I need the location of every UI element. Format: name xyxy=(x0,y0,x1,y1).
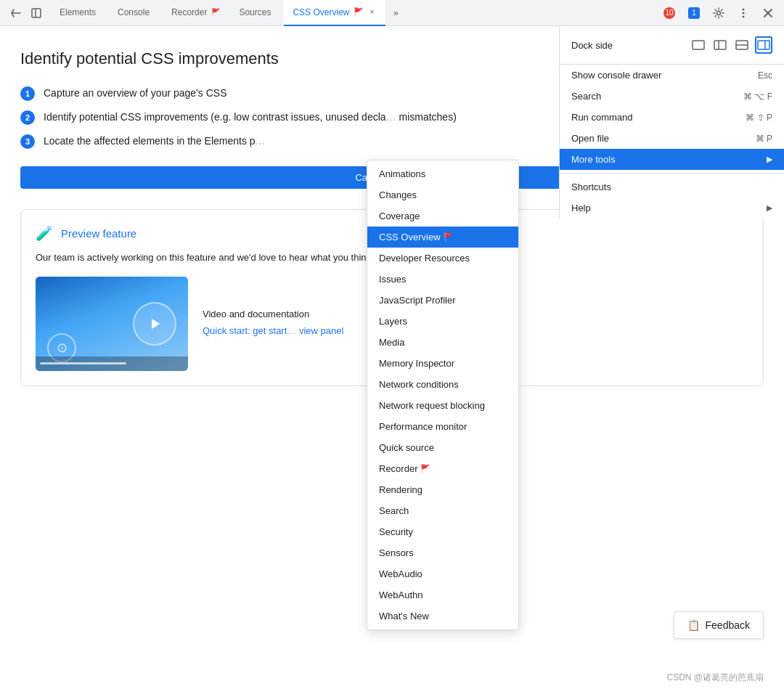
flask-icon: 🧪 xyxy=(36,224,54,242)
help-chevron-icon: ▶ xyxy=(767,203,772,213)
svg-rect-9 xyxy=(693,41,704,49)
menu-divider xyxy=(560,173,784,174)
tab-right-icons: 10 1 xyxy=(659,3,781,23)
submenu-security[interactable]: Security xyxy=(367,521,518,542)
error-count: 10 xyxy=(663,7,675,19)
css-overview-submenu-icon: 🚩 xyxy=(444,232,454,242)
menu-show-console-drawer[interactable]: Show console drawer Esc xyxy=(560,65,784,86)
settings-icon[interactable] xyxy=(709,3,729,23)
tab-elements[interactable]: Elements xyxy=(51,0,107,26)
submenu-rendering[interactable]: Rendering xyxy=(367,479,518,500)
submenu-recorder[interactable]: Recorder 🚩 xyxy=(367,458,518,479)
submenu-changes[interactable]: Changes xyxy=(367,184,518,205)
dock-left-icon[interactable] xyxy=(711,36,729,54)
close-devtools-icon[interactable] xyxy=(758,3,778,23)
svg-point-5 xyxy=(743,15,745,17)
menu-run-command[interactable]: Run command ⌘ ⇧ P xyxy=(560,107,784,128)
submenu-performance-monitor[interactable]: Performance monitor xyxy=(367,416,518,437)
tab-bar-left-icons xyxy=(3,4,49,22)
play-icon xyxy=(147,316,163,332)
panels-icon[interactable] xyxy=(28,4,45,22)
submenu-memory-inspector[interactable]: Memory Inspector xyxy=(367,353,518,374)
tab-console[interactable]: Console xyxy=(109,0,161,26)
dock-side-row: Dock side xyxy=(560,26,784,65)
feedback-button[interactable]: 📋 Feedback xyxy=(674,611,764,639)
submenu-network-conditions[interactable]: Network conditions xyxy=(367,374,518,395)
preview-title: Preview feature xyxy=(61,227,136,240)
menu-more-tools[interactable]: More tools ▶ xyxy=(560,149,784,170)
tab-sources[interactable]: Sources xyxy=(230,0,282,26)
tab-close-button[interactable]: × xyxy=(367,7,377,17)
submenu-animations[interactable]: Animations xyxy=(367,163,518,184)
preview-thumbnail: ⊙ xyxy=(36,277,188,371)
step-text-2: Identify potential CSS improvements (e.g… xyxy=(44,110,457,125)
svg-rect-14 xyxy=(758,41,769,49)
recorder-submenu-icon: 🚩 xyxy=(420,464,430,473)
submenu-issues[interactable]: Issues xyxy=(367,269,518,290)
submenu-javascript-profiler[interactable]: JavaScript Profiler xyxy=(367,290,518,311)
step-number-1: 1 xyxy=(20,86,35,101)
menu-open-file[interactable]: Open file ⌘ P xyxy=(560,128,784,149)
submenu-webauthn[interactable]: WebAuthn xyxy=(367,584,518,606)
context-menu: Show console drawer Esc Search ⌘ ⌥ F Run… xyxy=(560,65,784,219)
dock-bottom-icon[interactable] xyxy=(733,36,751,54)
dock-panel: Dock side xyxy=(559,26,784,219)
menu-shortcuts[interactable]: Shortcuts xyxy=(560,176,784,197)
menu-search[interactable]: Search ⌘ ⌥ F xyxy=(560,86,784,107)
svg-marker-8 xyxy=(152,319,160,329)
more-tools-chevron-icon: ▶ xyxy=(767,155,772,164)
issues-badge[interactable]: 1 xyxy=(684,3,704,23)
step-text-1: Capture an overview of your page's CSS xyxy=(44,86,226,101)
svg-rect-10 xyxy=(714,41,726,49)
video-link[interactable]: Quick start: get start… view panel xyxy=(203,325,343,336)
feedback-label: Feedback xyxy=(706,619,750,631)
submenu-developer-resources[interactable]: Developer Resources xyxy=(367,248,518,269)
submenu-whats-new[interactable]: What's New xyxy=(367,606,518,627)
step-number-2: 2 xyxy=(20,110,35,125)
submenu-sensors[interactable]: Sensors xyxy=(367,542,518,563)
issues-count: 1 xyxy=(688,7,700,19)
submenu-coverage[interactable]: Coverage xyxy=(367,205,518,227)
css-overview-flag-icon: 🚩 xyxy=(354,7,364,17)
dock-right-icon[interactable] xyxy=(755,36,772,54)
step-text-3: Locate the affected elements in the Elem… xyxy=(44,134,266,149)
svg-rect-0 xyxy=(32,9,41,17)
svg-point-3 xyxy=(743,8,745,10)
dock-side-label: Dock side xyxy=(571,40,613,51)
menu-help[interactable]: Help ▶ xyxy=(560,197,784,219)
tab-css-overview[interactable]: CSS Overview 🚩 × xyxy=(284,0,385,26)
tab-recorder[interactable]: Recorder 🚩 xyxy=(163,0,229,26)
more-tools-submenu: Animations Changes Coverage CSS Overview… xyxy=(367,160,519,630)
submenu-media[interactable]: Media xyxy=(367,332,518,353)
svg-point-2 xyxy=(717,11,721,15)
submenu-webaudio[interactable]: WebAudio xyxy=(367,563,518,584)
more-options-icon[interactable] xyxy=(733,3,754,23)
tab-overflow-button[interactable]: » xyxy=(387,4,404,22)
dock-icons xyxy=(690,36,772,54)
submenu-css-overview[interactable]: CSS Overview 🚩 xyxy=(367,227,518,248)
watermark: CSDN @诸葛亮的芭蕉扇 xyxy=(666,672,764,684)
submenu-search[interactable]: Search xyxy=(367,500,518,521)
submenu-layers[interactable]: Layers xyxy=(367,311,518,332)
back-forward-icon[interactable] xyxy=(7,4,25,22)
tab-bar: Elements Console Recorder 🚩 Sources CSS … xyxy=(0,0,784,26)
step-number-3: 3 xyxy=(20,134,35,149)
recorder-flag-icon: 🚩 xyxy=(211,8,220,16)
dock-undock-icon[interactable] xyxy=(690,36,707,54)
submenu-quick-source[interactable]: Quick source xyxy=(367,437,518,458)
submenu-network-request-blocking[interactable]: Network request blocking xyxy=(367,395,518,416)
errors-badge[interactable]: 10 xyxy=(659,3,679,23)
feedback-icon: 📋 xyxy=(687,619,700,631)
svg-point-4 xyxy=(743,12,745,14)
